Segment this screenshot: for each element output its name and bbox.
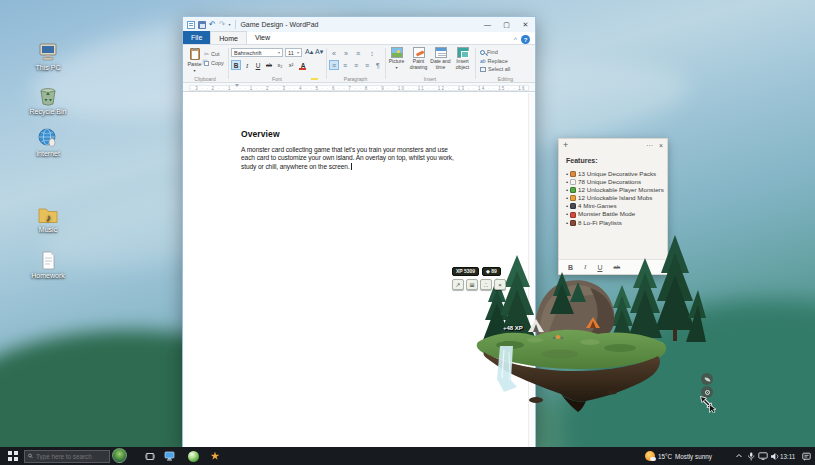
line-spacing-button[interactable]: ↕: [367, 48, 377, 58]
computer-icon: [36, 42, 60, 63]
minimize-button[interactable]: —: [478, 17, 497, 32]
desktop-icon-internet[interactable]: Internet: [16, 127, 80, 157]
desktop-icon-homework[interactable]: Homework: [16, 250, 80, 279]
insert-object-button[interactable]: Insert object: [452, 47, 473, 70]
decrease-indent-button[interactable]: «: [329, 48, 339, 58]
xp-badge: XP 5309: [452, 267, 479, 276]
close-button[interactable]: ✕: [516, 17, 535, 32]
desktop-icon-recycle-bin[interactable]: Recycle Bin: [16, 85, 80, 115]
undo-icon[interactable]: ↶: [209, 21, 216, 29]
speaker-icon: [770, 452, 780, 461]
desktop-icon-label: This PC: [16, 64, 80, 71]
radio-icon: [570, 220, 576, 226]
paragraph-dialog-button[interactable]: ¶: [373, 60, 383, 70]
select-all-button[interactable]: Select all: [480, 66, 510, 72]
computer-icon: [164, 451, 175, 461]
floating-island-graphic[interactable]: [440, 230, 706, 415]
game-orb-button[interactable]: [184, 447, 202, 465]
taskbar-weather[interactable]: 15°C Mostly sunny: [645, 447, 712, 465]
search-icon: [28, 452, 33, 460]
paw-button[interactable]: ∴: [480, 279, 492, 290]
cards-pack-icon: [570, 171, 576, 177]
align-left-button[interactable]: ≡: [329, 60, 339, 70]
indent-marker[interactable]: [235, 84, 239, 87]
pine-trees-right: [609, 235, 706, 346]
maximize-button[interactable]: ▢: [497, 17, 516, 32]
qat-dropdown-icon[interactable]: ▾: [228, 22, 230, 27]
paint-drawing-button[interactable]: Paint drawing: [408, 47, 429, 70]
search-input[interactable]: [36, 453, 106, 460]
font-size-select[interactable]: 11▾: [285, 48, 302, 57]
justify-button[interactable]: ≡: [362, 60, 372, 70]
list-button[interactable]: ≡: [353, 48, 363, 58]
list-item: Monster Battle Mode: [566, 210, 664, 218]
tab-file[interactable]: File: [183, 31, 210, 44]
find-button[interactable]: Find: [480, 49, 498, 55]
subscript-button[interactable]: x₂: [275, 60, 285, 70]
action-center-button[interactable]: [799, 447, 814, 465]
tab-view[interactable]: View: [247, 31, 278, 44]
redo-icon[interactable]: ↷: [219, 21, 226, 29]
note-close-icon[interactable]: ×: [659, 142, 663, 150]
align-right-button[interactable]: ≡: [351, 60, 361, 70]
paste-button[interactable]: Paste ▾: [186, 48, 203, 74]
scissors-icon: ✂: [204, 50, 209, 57]
paragraph-group: « » ≡ ↕ ≡ ≡ ≡ ≡ ¶ Paragraph: [327, 45, 384, 83]
increase-indent-button[interactable]: »: [341, 48, 351, 58]
paste-icon: [190, 48, 200, 60]
taskbar-search[interactable]: [24, 450, 110, 463]
help-icon[interactable]: ?: [521, 35, 530, 44]
copy-button[interactable]: Copy: [204, 60, 224, 66]
insert-group: Picture▾ Paint drawing Date and time Ins…: [386, 45, 474, 83]
superscript-button[interactable]: x²: [286, 60, 296, 70]
replace-button[interactable]: abReplace: [480, 58, 508, 64]
cut-button[interactable]: ✂Cut: [204, 50, 224, 57]
desktop-icon-this-pc[interactable]: This PC: [16, 42, 80, 71]
tray-expand-button[interactable]: [733, 447, 745, 465]
svg-text:♪: ♪: [46, 212, 51, 223]
game-flower-button[interactable]: [206, 447, 224, 465]
leaf-button[interactable]: [701, 373, 713, 385]
font-family-select[interactable]: Bahnschrift▾: [231, 48, 283, 57]
wordpad-app-icon[interactable]: [187, 21, 195, 29]
save-icon[interactable]: [198, 21, 206, 29]
italic-button[interactable]: I: [242, 60, 252, 70]
notification-icon: [802, 452, 811, 461]
new-note-button[interactable]: +: [563, 141, 568, 150]
taskbar-island-app-icon[interactable]: [112, 448, 127, 463]
note-menu-icon[interactable]: ⋯: [646, 142, 653, 150]
strikethrough-button[interactable]: ab: [264, 60, 274, 70]
green-orb-icon: [188, 451, 199, 462]
collapse-ribbon-icon[interactable]: ^: [514, 36, 517, 43]
underline-button[interactable]: U: [253, 60, 263, 70]
stats-button[interactable]: ↗: [452, 279, 464, 290]
sticky-note-header[interactable]: + ⋯ ×: [559, 139, 667, 152]
start-button[interactable]: [4, 447, 22, 465]
desktop-icon-music[interactable]: ♪ Music: [16, 204, 80, 233]
list-item: 12 Unlockable Player Monsters: [566, 186, 664, 194]
date-time-button[interactable]: Date and time: [430, 47, 451, 70]
document-line: study or chill, anywhere on the screen.: [241, 163, 454, 171]
ribbon-tabs: File Home View ^ ?: [183, 32, 535, 45]
overlay-close-button[interactable]: ×: [494, 279, 506, 290]
document-line: each card to customize your own island. …: [241, 154, 454, 162]
grow-font-button[interactable]: A▴: [305, 48, 313, 56]
document-icon: [36, 250, 60, 271]
decoration-box-icon: [570, 179, 576, 185]
list-item: 13 Unique Decorative Packs: [566, 170, 664, 178]
calendar-icon: [435, 47, 447, 58]
font-color-button[interactable]: A: [298, 60, 308, 70]
file-explorer-button[interactable]: [160, 447, 178, 465]
shrink-font-button[interactable]: A▾: [315, 48, 323, 56]
desktop-icon-label: Music: [16, 226, 80, 233]
task-view-button[interactable]: [141, 447, 159, 465]
inventory-button[interactable]: ⊞: [466, 279, 478, 290]
align-center-button[interactable]: ≡: [340, 60, 350, 70]
insert-picture-button[interactable]: Picture▾: [386, 47, 407, 70]
bold-button[interactable]: B: [231, 60, 241, 70]
flower-icon: [211, 452, 220, 461]
tab-home[interactable]: Home: [210, 31, 247, 44]
ruler[interactable]: · 3 · · 2 · · 1 · · · 1 · · 2 · · 3 · · …: [183, 83, 535, 92]
wordpad-titlebar[interactable]: ↶ ↷ ▾ Game Design - WordPad — ▢ ✕: [183, 17, 535, 32]
tray-clock[interactable]: 13:11: [780, 447, 795, 465]
